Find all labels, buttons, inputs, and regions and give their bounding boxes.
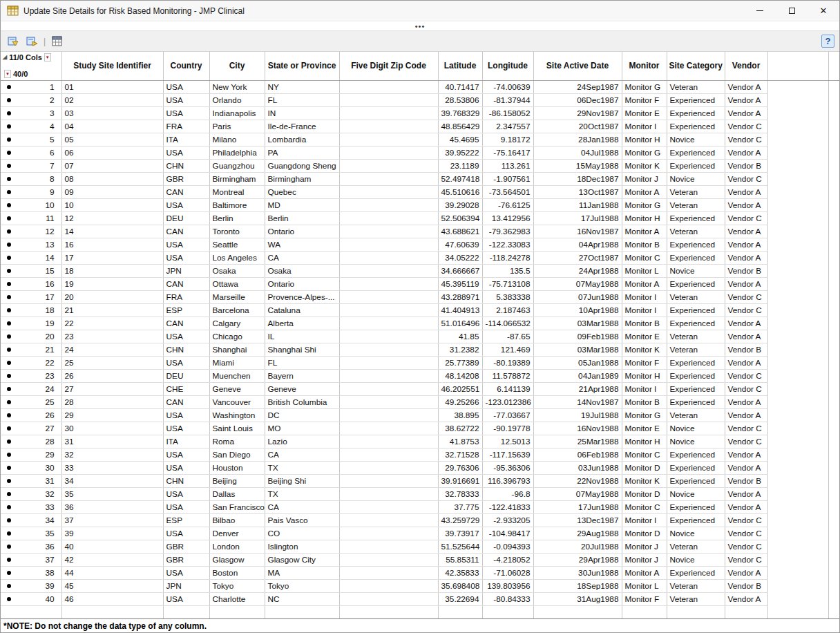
cell[interactable]: 51.016496 — [438, 316, 482, 330]
cell[interactable]: Vendor A — [725, 146, 767, 159]
cell[interactable]: -71.06028 — [482, 566, 533, 579]
row-header[interactable]: 18 — [1, 303, 61, 316]
cell[interactable] — [339, 448, 438, 461]
cell[interactable] — [339, 369, 438, 382]
cell[interactable]: Berlin — [209, 211, 265, 225]
cell[interactable] — [339, 106, 438, 120]
column-header-site-active-date[interactable]: Site Active Date — [533, 52, 622, 80]
row-state-icon[interactable] — [7, 111, 11, 115]
row-state-icon[interactable] — [7, 426, 11, 431]
cell[interactable]: TX — [265, 461, 339, 474]
cell[interactable]: Veteran — [667, 330, 725, 343]
cell[interactable]: 38.62722 — [438, 422, 482, 435]
report-button[interactable] — [24, 34, 39, 49]
cell[interactable]: Osaka — [265, 264, 339, 277]
cell[interactable]: GBR — [163, 172, 209, 185]
cell[interactable]: 32.78333 — [438, 487, 482, 500]
cell[interactable]: Guangdong Sheng — [265, 159, 339, 172]
cell[interactable]: 19 — [61, 277, 163, 290]
row-header[interactable]: 25 — [1, 395, 61, 408]
cell[interactable]: Vendor A — [725, 277, 767, 290]
cell[interactable]: Novice — [667, 553, 725, 566]
cell[interactable] — [339, 566, 438, 579]
column-header-study-site-identifier[interactable]: Study Site Identifier — [61, 52, 163, 80]
row-header[interactable]: 38 — [1, 566, 61, 579]
cell[interactable]: 6.141139 — [482, 382, 533, 395]
cell[interactable]: Vendor C — [725, 120, 767, 133]
cell[interactable]: Ontario — [265, 277, 339, 290]
cell[interactable] — [339, 159, 438, 172]
cell[interactable] — [339, 592, 438, 605]
cell[interactable]: FL — [265, 93, 339, 106]
cell[interactable]: 09Feb1988 — [533, 330, 622, 343]
cell[interactable]: Monitor K — [622, 343, 667, 356]
cell[interactable]: Experienced — [667, 146, 725, 159]
row-header[interactable]: 2 — [1, 93, 61, 106]
row-state-icon[interactable] — [7, 361, 11, 365]
cell[interactable]: 32 — [61, 448, 163, 461]
cell[interactable]: Bilbao — [209, 513, 265, 527]
cell[interactable]: Vendor C — [725, 435, 767, 448]
row-header[interactable]: 20 — [1, 330, 61, 343]
cell[interactable]: 39.916691 — [438, 474, 482, 487]
cell[interactable]: Miami — [209, 356, 265, 369]
row-state-icon[interactable] — [7, 295, 11, 299]
row-state-icon[interactable] — [7, 321, 11, 325]
cell[interactable]: Monitor G — [622, 146, 667, 159]
cell[interactable]: Glasgow City — [265, 553, 339, 566]
cell[interactable]: USA — [163, 106, 209, 120]
cell[interactable]: Novice — [667, 527, 725, 540]
cell[interactable]: Birmingham — [265, 172, 339, 185]
cell[interactable]: Vendor C — [725, 133, 767, 146]
cell[interactable]: 03Mar1988 — [533, 343, 622, 356]
cell[interactable]: USA — [163, 146, 209, 159]
row-header[interactable]: 1 — [1, 80, 61, 93]
cell[interactable]: 29Aug1988 — [533, 527, 622, 540]
cell[interactable]: 07May1988 — [533, 277, 622, 290]
cell[interactable]: Experienced — [667, 395, 725, 408]
cell[interactable]: Boston — [209, 566, 265, 579]
cell[interactable]: Experienced — [667, 211, 725, 225]
cell[interactable]: Monitor H — [622, 369, 667, 382]
cell[interactable]: CA — [265, 448, 339, 461]
cell[interactable] — [339, 80, 438, 93]
cell[interactable]: IN — [265, 106, 339, 120]
cell[interactable] — [339, 513, 438, 527]
close-button[interactable]: ✕ — [808, 1, 839, 21]
row-header[interactable]: 19 — [1, 316, 61, 330]
cell[interactable]: 20 — [61, 290, 163, 303]
cell[interactable] — [339, 303, 438, 316]
row-state-icon[interactable] — [7, 151, 11, 155]
column-header-latitude[interactable]: Latitude — [438, 52, 482, 80]
cell[interactable]: -95.36306 — [482, 461, 533, 474]
cell[interactable]: JPN — [163, 579, 209, 592]
row-state-icon[interactable] — [7, 138, 11, 142]
cell[interactable]: 05Jan1988 — [533, 356, 622, 369]
minimize-button[interactable] — [744, 1, 776, 21]
row-state-icon[interactable] — [7, 466, 11, 470]
cell[interactable]: 34.05222 — [438, 251, 482, 264]
cell[interactable]: Paris — [209, 120, 265, 133]
cell[interactable]: 52.497418 — [438, 172, 482, 185]
cell[interactable]: USA — [163, 238, 209, 251]
corner-disclosure-icon[interactable]: ◢ — [3, 55, 7, 60]
row-state-icon[interactable] — [7, 571, 11, 575]
row-header[interactable]: 6 — [1, 146, 61, 159]
cell[interactable]: Monitor I — [622, 513, 667, 527]
cell[interactable]: Monitor A — [622, 566, 667, 579]
cell[interactable]: USA — [163, 198, 209, 211]
cell[interactable]: Baltimore — [209, 198, 265, 211]
cell[interactable] — [339, 474, 438, 487]
cell[interactable]: Veteran — [667, 343, 725, 356]
row-header[interactable]: 36 — [1, 540, 61, 553]
row-state-icon[interactable] — [7, 545, 11, 549]
cell[interactable]: 17 — [61, 251, 163, 264]
cell[interactable]: Experienced — [667, 513, 725, 527]
cell[interactable]: Monitor B — [622, 316, 667, 330]
cell[interactable]: Monitor F — [622, 592, 667, 605]
cell[interactable]: Vendor A — [725, 106, 767, 120]
cell[interactable]: 07Jun1988 — [533, 290, 622, 303]
cell[interactable]: 24Apr1988 — [533, 264, 622, 277]
cell[interactable]: -79.362983 — [482, 225, 533, 238]
row-state-icon[interactable] — [7, 177, 11, 181]
